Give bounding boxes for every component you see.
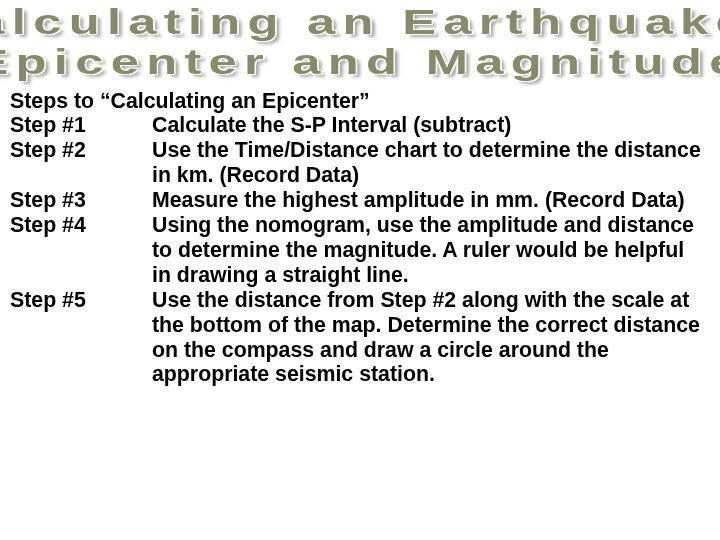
step-text: Use the distance from Step #2 along with… xyxy=(152,288,710,388)
step-text: Use the Time/Distance chart to determine… xyxy=(152,138,710,188)
title-line-2: Epicenter and Magnitude xyxy=(0,42,720,82)
step-row: Step #1 Calculate the S-P Interval (subt… xyxy=(10,113,710,138)
step-row: Step #5 Use the distance from Step #2 al… xyxy=(10,288,710,388)
slide-body: Steps to “Calculating an Epicenter” Step… xyxy=(0,83,720,388)
step-row: Step #4 Using the nomogram, use the ampl… xyxy=(10,213,710,288)
step-text: Using the nomogram, use the amplitude an… xyxy=(152,213,710,288)
step-text: Measure the highest amplitude in mm. (Re… xyxy=(152,188,710,213)
slide-title: Calculating an Earthquakes Epicenter and… xyxy=(0,0,720,83)
step-label: Step #1 xyxy=(10,113,152,138)
title-line-1: Calculating an Earthquakes xyxy=(0,2,720,42)
step-label: Step #5 xyxy=(10,288,152,388)
step-label: Step #4 xyxy=(10,213,152,288)
step-row: Step #2 Use the Time/Distance chart to d… xyxy=(10,138,710,188)
step-text: Calculate the S-P Interval (subtract) xyxy=(152,113,710,138)
slide: Calculating an Earthquakes Epicenter and… xyxy=(0,0,720,540)
step-label: Step #2 xyxy=(10,138,152,188)
step-row: Step #3 Measure the highest amplitude in… xyxy=(10,188,710,213)
steps-heading: Steps to “Calculating an Epicenter” xyxy=(10,89,710,114)
step-label: Step #3 xyxy=(10,188,152,213)
